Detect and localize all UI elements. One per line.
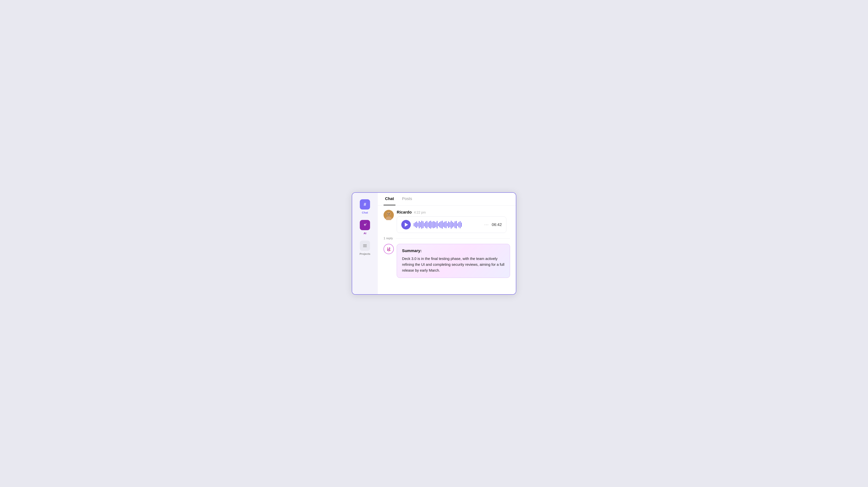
sidebar-ai-label: AI: [364, 232, 366, 235]
reply-count[interactable]: 1 reply: [383, 236, 393, 240]
svg-rect-2: [363, 246, 367, 246]
svg-point-7: [388, 213, 388, 214]
svg-point-5: [387, 212, 391, 216]
sidebar-item-ai[interactable]: AI: [352, 218, 378, 237]
messages-area: Ricardo 4:22 pm: [378, 205, 516, 294]
audio-duration: 06:42: [492, 222, 502, 227]
summary-title: Summary:: [402, 249, 505, 253]
sidebar-item-chat[interactable]: # Chat: [352, 197, 378, 216]
projects-icon: [360, 240, 370, 251]
summary-card: Summary: Deck 3.0 is in the final testin…: [397, 244, 510, 278]
message-ricardo: Ricardo 4:22 pm: [383, 210, 510, 233]
tab-chat[interactable]: Chat: [383, 193, 396, 205]
audio-dots: ···: [485, 222, 489, 227]
main-content: Chat Posts: [378, 193, 516, 294]
audio-player: ··· 06:42: [397, 217, 506, 233]
ai-icon: [360, 220, 370, 230]
svg-text:#: #: [364, 202, 366, 207]
message-time: 4:22 pm: [414, 210, 426, 215]
message-body-ricardo: Ricardo 4:22 pm: [397, 210, 510, 233]
play-button[interactable]: [401, 220, 411, 229]
sidebar-projects-label: Projects: [360, 252, 370, 255]
sidebar-item-projects[interactable]: Projects: [352, 238, 378, 258]
svg-rect-3: [363, 247, 367, 247]
play-icon: [405, 223, 408, 227]
chat-icon: #: [360, 199, 370, 209]
sidebar: # Chat AI Projects: [352, 193, 378, 294]
svg-rect-1: [363, 245, 367, 245]
ai-summary-message: Summary: Deck 3.0 is in the final testin…: [383, 244, 510, 278]
reply-divider: 1 reply: [383, 236, 510, 240]
tab-posts[interactable]: Posts: [401, 193, 413, 205]
avatar-ricardo: [383, 210, 394, 220]
app-container: # Chat AI Projects: [352, 192, 516, 295]
sidebar-chat-label: Chat: [362, 211, 368, 214]
summary-text: Deck 3.0 is in the final testing phase, …: [402, 256, 505, 273]
message-header: Ricardo 4:22 pm: [397, 210, 510, 215]
svg-point-8: [389, 213, 390, 214]
waveform: [414, 221, 482, 229]
message-author: Ricardo: [397, 210, 412, 215]
tabs-bar: Chat Posts: [378, 193, 516, 205]
ai-avatar: [383, 244, 394, 254]
